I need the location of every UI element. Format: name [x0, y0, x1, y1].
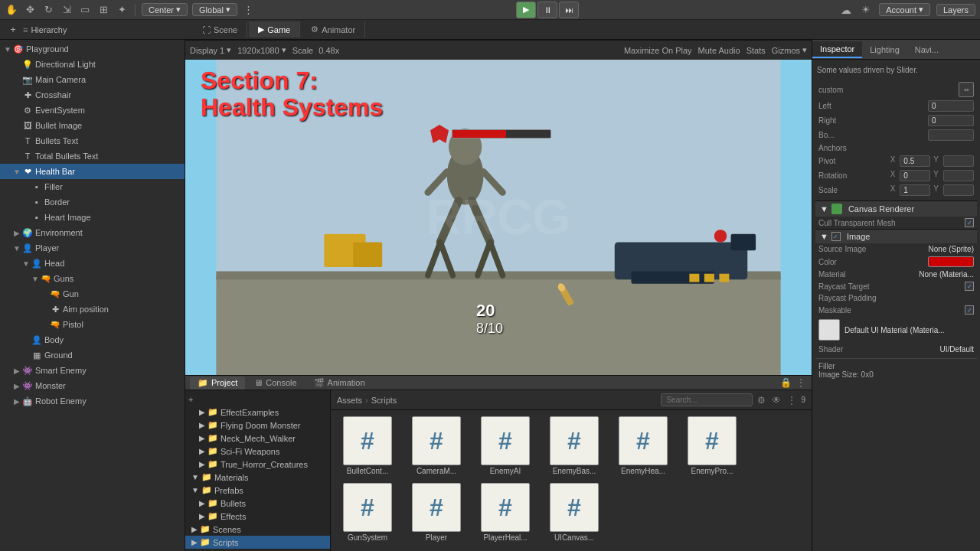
hierarchy-item-10[interactable]: ▪Border: [0, 194, 185, 210]
hierarchy-item-11[interactable]: ▪Heart Image: [0, 210, 185, 225]
scale-y-input[interactable]: [943, 184, 974, 196]
maximize-btn[interactable]: Maximize On Play: [624, 46, 692, 55]
expand-icon[interactable]: ▼: [31, 275, 40, 283]
hierarchy-item-0[interactable]: ▼🎯Playground: [0, 41, 185, 57]
expand-icon[interactable]: ▶: [12, 397, 21, 406]
hierarchy-item-12[interactable]: ▶🌍Environment: [0, 225, 185, 240]
file-item-4[interactable]: ▶📁True_Horror_Creatures: [185, 458, 330, 471]
asset-item-9[interactable]: #UICanvas...: [544, 483, 605, 542]
pivot-y-input[interactable]: [943, 155, 974, 167]
asset-item-2[interactable]: #EnemyAI: [475, 416, 536, 475]
expand-icon[interactable]: ▼: [12, 244, 21, 253]
hierarchy-item-4[interactable]: ⚙EventSystem: [0, 103, 185, 118]
file-item-9[interactable]: ▶📁Scenes: [185, 523, 330, 536]
hierarchy-item-19[interactable]: 👤Body: [0, 332, 185, 347]
file-item-10[interactable]: ▶📁Scripts: [185, 536, 330, 549]
asset-item-3[interactable]: #EnemyBas...: [544, 416, 605, 475]
hierarchy-item-6[interactable]: TBullets Text: [0, 133, 185, 148]
raycast-target-checkbox[interactable]: ✓: [965, 282, 974, 291]
tab-animation[interactable]: 🎬 Animation: [306, 377, 373, 390]
scale-x-input[interactable]: [900, 184, 930, 196]
asset-item-6[interactable]: #GunSystem: [337, 483, 398, 542]
asset-item-8[interactable]: #PlayerHeal...: [475, 483, 536, 542]
mute-btn[interactable]: Mute Audio: [698, 46, 740, 55]
hierarchy-item-15[interactable]: ▼🔫Guns: [0, 271, 185, 286]
rot-x-input[interactable]: [900, 170, 930, 181]
hierarchy-add-icon[interactable]: +: [6, 23, 20, 37]
rect-tool-icon[interactable]: ▭: [78, 3, 92, 17]
account-button[interactable]: Account ▾: [879, 3, 930, 16]
image-enabled-checkbox[interactable]: ✓: [831, 232, 841, 241]
resolution-selector[interactable]: 1920x1080 ▾: [237, 45, 286, 55]
stats-btn[interactable]: Stats: [746, 46, 766, 55]
global-button[interactable]: Global ▾: [192, 3, 237, 16]
file-item-1[interactable]: ▶📁Flying Doom Monster: [185, 419, 330, 432]
scale-control[interactable]: Scale 0.48x: [292, 46, 339, 55]
hierarchy-item-21[interactable]: ▶👾Smart Enemy: [0, 363, 185, 378]
pause-button[interactable]: ⏸: [537, 2, 557, 18]
hierarchy-item-8[interactable]: ▼❤Health Bar: [0, 164, 185, 179]
expand-icon[interactable]: ▶: [12, 367, 21, 375]
hierarchy-item-23[interactable]: ▶🤖Robot Enemy: [0, 393, 185, 409]
expand-icon[interactable]: ▼: [12, 168, 21, 176]
file-item-8[interactable]: ▶📁Effects: [185, 510, 330, 523]
maskable-checkbox[interactable]: ✓: [965, 305, 974, 315]
tab-navigation[interactable]: Navi...: [907, 42, 946, 57]
tab-game[interactable]: ▶ Game: [249, 21, 300, 37]
hierarchy-item-1[interactable]: 💡Directional Light: [0, 57, 185, 72]
custom-tool-icon[interactable]: ✦: [115, 3, 129, 17]
gizmos-btn[interactable]: Gizmos ▾: [772, 45, 807, 55]
snap-icon[interactable]: ⋮: [242, 3, 256, 17]
rotate-tool-icon[interactable]: ↻: [41, 3, 55, 17]
transform-tool-icon[interactable]: ⊞: [96, 3, 110, 17]
search-input[interactable]: [661, 393, 753, 406]
hierarchy-item-22[interactable]: ▶👾Monster: [0, 378, 185, 393]
stretch-icon[interactable]: ⇔: [959, 82, 974, 97]
file-item-7[interactable]: ▶📁Bullets: [185, 497, 330, 510]
cull-transparent-checkbox[interactable]: ✓: [965, 218, 974, 227]
layers-button[interactable]: Layers: [936, 4, 975, 16]
canvas-renderer-header[interactable]: ▼ Canvas Renderer: [815, 201, 977, 217]
cloud-icon[interactable]: ☁: [839, 3, 853, 17]
image-header[interactable]: ▼ ✓ Image: [815, 229, 977, 243]
tab-project[interactable]: 📁 Project: [190, 377, 245, 390]
tab-inspector[interactable]: Inspector: [812, 41, 862, 58]
asset-item-5[interactable]: #EnemyPro...: [681, 416, 743, 475]
hierarchy-item-2[interactable]: 📷Main Camera: [0, 72, 185, 87]
bottom-input[interactable]: [928, 129, 974, 141]
tab-animator[interactable]: ⚙ Animator: [302, 21, 365, 37]
hierarchy-item-16[interactable]: 🔫Gun: [0, 286, 185, 302]
hierarchy-item-14[interactable]: ▼👤Head: [0, 256, 185, 271]
tab-scene[interactable]: ⛶ Scene: [193, 22, 247, 37]
preview-icon[interactable]: 👁: [770, 393, 782, 407]
hierarchy-item-18[interactable]: 🔫Pistol: [0, 317, 185, 332]
hierarchy-item-20[interactable]: ▦Ground: [0, 347, 185, 363]
color-swatch[interactable]: [928, 256, 974, 267]
file-item-0[interactable]: ▶📁EffectExamples: [185, 406, 330, 419]
right-input[interactable]: [928, 115, 974, 126]
file-item-3[interactable]: ▶📁Sci-Fi Weapons: [185, 445, 330, 458]
hierarchy-item-13[interactable]: ▼👤Player: [0, 240, 185, 256]
center-button[interactable]: Center ▾: [142, 3, 188, 16]
hierarchy-item-7[interactable]: TTotal Bullets Text: [0, 148, 185, 164]
expand-icon[interactable]: ▼: [21, 259, 31, 268]
expand-icon[interactable]: ▶: [12, 229, 21, 237]
slider-icon[interactable]: ⋮: [786, 393, 798, 407]
move-tool-icon[interactable]: ✥: [23, 3, 37, 17]
file-item-5[interactable]: ▼📁Materials: [185, 471, 330, 484]
hand-tool-icon[interactable]: ✋: [5, 3, 18, 17]
hierarchy-item-9[interactable]: ▪Filler: [0, 179, 185, 194]
display-selector[interactable]: Display 1 ▾: [190, 45, 231, 55]
hierarchy-item-5[interactable]: 🖼Bullet Image: [0, 118, 185, 133]
asset-item-1[interactable]: #CameraM...: [406, 416, 467, 475]
sun-icon[interactable]: ☀: [859, 3, 873, 17]
tab-console[interactable]: 🖥 Console: [247, 377, 304, 389]
left-input[interactable]: [928, 100, 974, 112]
scale-tool-icon[interactable]: ⇲: [60, 3, 74, 17]
hierarchy-item-3[interactable]: ✚Crosshair: [0, 87, 185, 103]
asset-item-7[interactable]: #Player: [406, 483, 467, 542]
filter-icon[interactable]: ⚙: [756, 393, 767, 407]
file-item-2[interactable]: ▶📁Neck_Mech_Walker: [185, 432, 330, 445]
lock-icon[interactable]: 🔒: [779, 376, 793, 390]
add-file-btn[interactable]: +: [185, 393, 330, 406]
